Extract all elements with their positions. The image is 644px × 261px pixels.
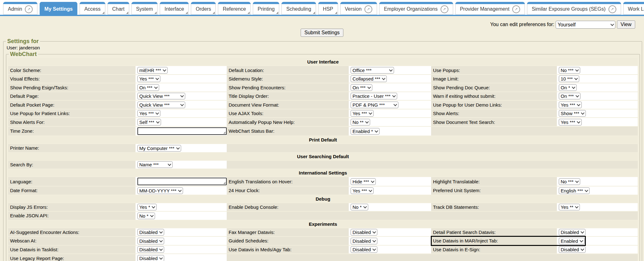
tab-admin[interactable]: Admin↗ xyxy=(3,2,37,15)
select-use-legacy-report-page[interactable]: Disabled xyxy=(137,255,164,261)
tab-label: Interface xyxy=(164,6,184,12)
select-visual-effects[interactable]: Yes *** xyxy=(137,75,160,82)
tab-similar-exposure-groups-segs[interactable]: Similar Exposure Groups (SEGs)↗ xyxy=(527,2,621,15)
select-enable-debug-console[interactable]: No * xyxy=(351,204,368,210)
select-highlight-translatable[interactable]: No *** xyxy=(559,178,580,185)
language-input[interactable] xyxy=(137,178,227,185)
select-show-alerts[interactable]: Show *** xyxy=(559,110,586,117)
setting-label-title-display-order: Title Display Order: xyxy=(227,92,349,100)
select-image-limit[interactable]: 10 *** xyxy=(559,75,579,82)
open-new-window-icon[interactable]: ↗ xyxy=(441,5,448,13)
select-value: On * xyxy=(561,85,570,91)
tab-chart[interactable]: Chart xyxy=(108,2,129,15)
open-new-window-icon[interactable]: ↗ xyxy=(608,5,616,13)
tab-my-settings[interactable]: My Settings xyxy=(40,2,77,15)
select-use-ajax-tools[interactable]: Yes *** xyxy=(351,110,374,117)
setting-value-cell: Name *** xyxy=(136,161,227,169)
select-printer-name[interactable]: My Computer *** xyxy=(137,145,181,152)
tab-system[interactable]: System xyxy=(131,2,158,15)
select-show-alerts-for[interactable]: Self *** xyxy=(137,119,161,125)
tab-reference[interactable]: Reference xyxy=(218,2,251,15)
menu-fold-icon xyxy=(313,12,315,14)
tab-printing[interactable]: Printing xyxy=(253,2,279,15)
section-header-row: Print Default xyxy=(8,136,638,143)
select-value: Disabled xyxy=(353,238,371,244)
select-sidemenu-style[interactable]: Collapsed *** xyxy=(351,75,387,82)
select-value: Yes *** xyxy=(561,119,575,125)
select-value: Enabled * xyxy=(353,128,373,134)
select-enable-json-api[interactable]: No * xyxy=(137,213,155,219)
setting-label-show-pending-esign-tasks: Show Pending Esign/Tasks: xyxy=(8,83,136,92)
setting-value-cell: Disabled xyxy=(557,246,638,254)
select-use-datavis-in-meds-agy-tab[interactable]: Disabled xyxy=(351,246,377,253)
select-webchart-status-bar[interactable]: Enabled * xyxy=(351,128,380,135)
select-display-js-errors[interactable]: Yes * xyxy=(137,204,157,210)
tab-interface[interactable]: Interface xyxy=(160,2,189,15)
select-show-pending-esign-tasks[interactable]: On *** xyxy=(137,84,159,91)
preferences-label: You can edit preferences for: xyxy=(490,22,554,27)
setting-label-show-alerts-for: Show Alerts For: xyxy=(8,118,136,126)
setting-value-cell: No *** xyxy=(557,66,638,74)
select-color-scheme[interactable]: miEHR *** xyxy=(137,67,168,74)
select-default-pocket-page[interactable]: Quick View *** xyxy=(137,102,185,108)
setting-label-show-pending-encounters: Show Pending Encounters: xyxy=(227,83,349,92)
select-use-datavis-in-mar-inject-tab[interactable]: Enabled xyxy=(559,238,585,244)
select-english-translations-on-hover[interactable]: Hide *** xyxy=(351,178,376,185)
setting-label-highlight-translatable: Highlight Translatable: xyxy=(431,177,557,186)
select-show-pending-encounters[interactable]: On *** xyxy=(351,84,372,91)
tab-version[interactable]: Version↗ xyxy=(340,2,377,15)
select-use-popup-for-user-demo-links[interactable]: Yes *** xyxy=(559,102,582,108)
tab-employer-organizations[interactable]: Employer Organizations↗ xyxy=(379,2,453,15)
select-use-popup-for-patient-links[interactable]: Yes *** xyxy=(137,110,160,117)
select-value: English *** xyxy=(561,188,583,194)
time-zone-input[interactable] xyxy=(137,127,227,135)
select-use-datavis-in-tasklist[interactable]: Disabled xyxy=(137,246,164,253)
select-automatically-popup-new-help[interactable]: No ** xyxy=(351,119,370,125)
filler-cell xyxy=(227,144,638,152)
open-new-window-icon[interactable]: ↗ xyxy=(364,5,372,13)
select-title-display-order[interactable]: Practice - User *** xyxy=(351,93,397,99)
select-value: Yes *** xyxy=(353,188,367,194)
select-default-location[interactable]: Office *** xyxy=(351,67,394,74)
tab-label: Chart xyxy=(112,6,125,12)
select-document-view-format[interactable]: PDF & PNG *** xyxy=(351,102,398,108)
submit-settings-button[interactable]: Submit Settings xyxy=(301,29,343,37)
select-track-db-statements[interactable]: Yes ** xyxy=(559,204,580,210)
preferences-select[interactable]: Yourself xyxy=(556,21,615,29)
select-date-format[interactable]: MM-DD-YYYY *** xyxy=(137,187,183,194)
select-value: Office *** xyxy=(353,67,372,73)
select-guided-schedules[interactable]: Disabled xyxy=(351,238,377,244)
select-detail-patient-search-datavis[interactable]: Disabled xyxy=(559,229,586,236)
select-fax-manager-datavis[interactable]: Disabled xyxy=(351,229,377,236)
setting-value-cell: Yes *** xyxy=(136,75,227,83)
setting-label-use-popup-for-patient-links: Use Popup for Patient Links: xyxy=(8,109,136,118)
view-button[interactable]: View xyxy=(617,20,635,29)
select-use-datavis-in-e-sign[interactable]: Disabled xyxy=(559,246,586,253)
tab-provider-management[interactable]: Provider Management↗ xyxy=(455,2,525,15)
tab-hsp[interactable]: HSP xyxy=(318,2,338,15)
select-search-by[interactable]: Name *** xyxy=(137,161,173,168)
select-preferred-unit-system[interactable]: English *** xyxy=(559,187,590,194)
chevron-down-icon xyxy=(382,77,386,80)
select-warn-if-exiting-without-submit[interactable]: On *** xyxy=(559,93,580,99)
tab-access[interactable]: Access xyxy=(80,2,105,15)
tab-orders[interactable]: Orders xyxy=(191,2,216,15)
open-new-window-icon[interactable]: ↗ xyxy=(25,5,33,13)
tab-scheduling[interactable]: Scheduling xyxy=(281,2,316,15)
setting-value-cell: Enabled * xyxy=(349,127,431,136)
select-default-page[interactable]: Quick View *** xyxy=(137,93,185,99)
select-ai-suggested-encounter-actions[interactable]: Disabled xyxy=(137,229,164,236)
setting-value-cell: Yes *** xyxy=(349,186,431,195)
webchart-legend: WebChart xyxy=(9,51,38,58)
select-webscan-ai[interactable]: Disabled xyxy=(137,238,164,244)
tab-work-locations[interactable]: Work Locations↗ xyxy=(623,2,644,15)
setting-label-webchart-status-bar: WebChart Status Bar: xyxy=(227,127,349,136)
select-use-popups[interactable]: No *** xyxy=(559,67,580,74)
tab-label: Access xyxy=(84,6,101,12)
select-show-pending-doc-queue[interactable]: On * xyxy=(559,84,577,91)
open-new-window-icon[interactable]: ↗ xyxy=(512,5,520,13)
chevron-down-icon xyxy=(575,179,579,183)
select-show-document-text-search[interactable]: Yes *** xyxy=(559,119,582,125)
select-24-hour-clock[interactable]: Yes *** xyxy=(351,187,374,194)
settings-table: User InterfaceColor Scheme:miEHR ***Defa… xyxy=(8,58,638,261)
